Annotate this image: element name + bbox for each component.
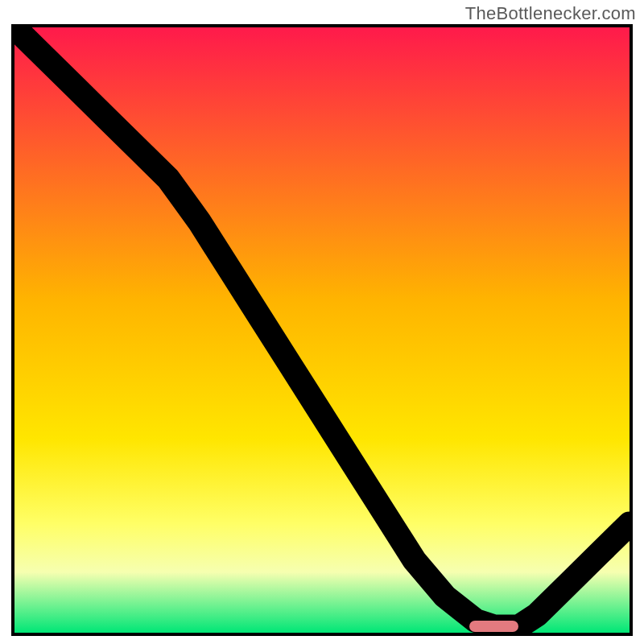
plot-area <box>11 24 633 636</box>
bottleneck-curve <box>14 27 630 633</box>
curve-path <box>14 27 630 626</box>
chart-stage: TheBottlenecker.com <box>0 0 644 644</box>
attribution-label: TheBottlenecker.com <box>465 3 636 24</box>
optimum-marker <box>469 621 518 632</box>
